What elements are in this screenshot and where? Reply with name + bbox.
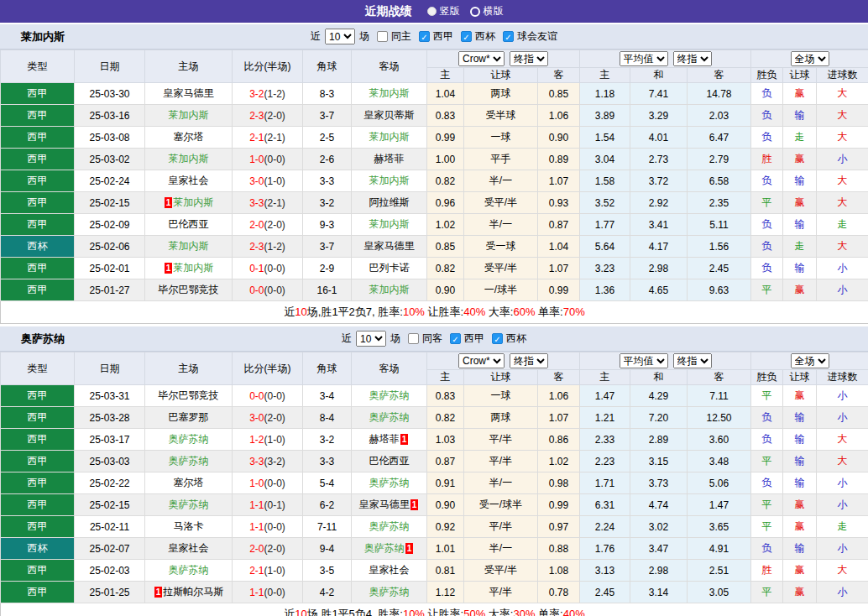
team-section: 奥萨苏纳近10场同客✓西甲✓西杯类型日期主场比分(半场)角球客场Crow*终指平…: [0, 326, 868, 616]
header-select-row: 类型日期主场比分(半场)角球客场Crow*终指平均值终指全场: [1, 50, 868, 68]
handicap-company-select[interactable]: Crow*: [458, 353, 505, 368]
europe-sub-header: 和: [630, 68, 688, 83]
games-count-select[interactable]: 10: [356, 331, 386, 347]
europe-company-select[interactable]: 平均值: [620, 353, 668, 368]
europe-away-odds-cell: 1.47: [688, 494, 751, 516]
europe-final-index-select[interactable]: 终指: [673, 51, 712, 66]
handicap-line-cell: 受半球: [464, 105, 538, 127]
europe-away-odds-cell: 9.63: [688, 279, 751, 301]
halftime-score: (2-0): [264, 219, 285, 231]
handicap-odds-group-header: Crow*终指: [427, 50, 580, 68]
filter-suffix-label: 场: [359, 29, 369, 44]
fulltime-score: 3-0: [249, 412, 264, 424]
goals-result-cell: 小: [817, 258, 868, 279]
score-cell: 1-1(0-0): [233, 582, 303, 603]
layout-option-horizontal[interactable]: 横版: [470, 4, 504, 18]
home-team-name: 马洛卡: [174, 520, 204, 532]
match-date-cell: 25-02-24: [75, 170, 145, 192]
radio-unselected-icon[interactable]: [470, 7, 480, 17]
match-date-cell: 25-02-03: [75, 560, 145, 582]
result-sub-header: 进球数: [817, 370, 868, 385]
away-team-cell: 莱加内斯: [352, 214, 427, 236]
handicap-final-index-select[interactable]: 终指: [510, 51, 548, 66]
home-team-cell: 奥萨苏纳: [145, 494, 233, 516]
halftime-score: (3-2): [264, 456, 285, 467]
europe-away-odds-cell: 6.47: [688, 127, 751, 149]
match-row: 西甲25-02-22塞尔塔1-0(0-0)5-4奥萨苏纳0.91半/一0.981…: [1, 472, 868, 494]
handicap-away-odds-cell: 1.06: [538, 385, 580, 407]
europe-away-odds-cell: 2.45: [688, 258, 751, 279]
away-team-cell: 赫塔菲: [352, 149, 427, 170]
europe-home-odds-cell: 3.13: [580, 560, 630, 582]
filter-checkbox[interactable]: ✓: [450, 333, 461, 344]
match-row: 西甲25-03-03奥萨苏纳3-3(3-2)3-3巴伦西亚0.87平/半1.02…: [1, 451, 868, 472]
match-date-cell: 25-02-15: [75, 494, 145, 516]
europe-away-odds-cell: 2.03: [688, 105, 751, 127]
handicap-away-odds-cell: 1.07: [538, 170, 580, 192]
match-row: 西甲25-02-09巴伦西亚2-0(2-0)9-3莱加内斯1.02半/一0.87…: [1, 214, 868, 236]
score-cell: 0-0(0-0): [233, 279, 303, 301]
europe-away-odds-cell: 2.79: [688, 149, 751, 170]
result-scope-select[interactable]: 全场: [791, 51, 829, 66]
goals-result-cell: 大: [817, 170, 868, 192]
europe-away-odds-cell: 6.58: [688, 170, 751, 192]
handicap-home-odds-cell: 0.85: [427, 236, 464, 258]
handicap-final-index-select[interactable]: 终指: [510, 353, 548, 368]
europe-away-odds-cell: 3.05: [688, 582, 751, 603]
europe-final-index-select[interactable]: 终指: [673, 353, 712, 368]
summary-text-part: 10: [295, 608, 306, 616]
handicap-away-odds-cell: 0.98: [538, 472, 580, 494]
corner-count-cell: 3-7: [303, 105, 352, 127]
match-date-cell: 25-03-08: [75, 127, 145, 149]
europe-draw-odds-cell: 3.47: [630, 538, 688, 560]
match-row: 西杯25-02-07皇家社会2-0(2-0)9-4奥萨苏纳11.01半/一0.8…: [1, 538, 868, 560]
filter-checkbox[interactable]: [377, 31, 388, 42]
europe-home-odds-cell: 1.18: [580, 83, 630, 105]
handicap-result-cell-text: 输: [795, 109, 805, 121]
filter-checkbox[interactable]: ✓: [492, 333, 503, 344]
summary-text-part: 大率:: [485, 608, 513, 616]
filter-checkbox[interactable]: ✓: [419, 31, 430, 42]
away-team-cell: 皇家贝蒂斯: [352, 105, 427, 127]
filter-checkbox[interactable]: [408, 333, 419, 344]
corner-count-cell: 9-4: [303, 538, 352, 560]
corner-count-cell: 2-6: [303, 149, 352, 170]
column-header: 客场: [352, 50, 427, 83]
filter-suffix-label: 场: [390, 331, 400, 346]
handicap-result-cell-text: 输: [795, 262, 805, 274]
handicap-result-cell-text: 输: [795, 175, 805, 186]
handicap-away-odds-cell: 0.89: [538, 149, 580, 170]
games-count-select[interactable]: 10: [325, 29, 355, 44]
winloss-result-cell: 负: [751, 170, 783, 192]
handicap-result-cell: 走: [783, 127, 817, 149]
halftime-score: (1-0): [264, 175, 285, 187]
europe-home-odds-cell: 1.36: [580, 279, 630, 301]
filter-checkbox[interactable]: ✓: [461, 31, 472, 42]
europe-odds-group-header: 平均值终指: [580, 352, 751, 370]
layout-option-vertical[interactable]: 竖版: [427, 4, 460, 18]
goals-result-cell-text: 大: [838, 131, 848, 143]
result-sub-header: 胜负: [751, 370, 783, 385]
away-team-name: 赫塔菲: [369, 433, 400, 445]
handicap-company-select[interactable]: Crow*: [458, 51, 505, 66]
europe-away-odds-cell: 7.11: [688, 385, 751, 407]
goals-result-cell-text: 大: [838, 455, 848, 467]
europe-company-select[interactable]: 平均值: [620, 51, 668, 66]
match-date-cell: 25-03-16: [75, 105, 145, 127]
filter-checkbox[interactable]: ✓: [503, 31, 514, 42]
handicap-line-cell: 半/一: [464, 472, 538, 494]
handicap-odds-group-header: Crow*终指: [427, 352, 580, 370]
away-team-name: 皇家马德里: [364, 240, 415, 252]
radio-selected-icon[interactable]: [427, 7, 437, 16]
fulltime-score: 3-2: [249, 88, 264, 100]
handicap-away-odds-cell: 1.07: [538, 407, 580, 429]
europe-home-odds-cell: 3.23: [580, 258, 630, 279]
handicap-home-odds-cell: 1.12: [427, 582, 464, 603]
column-header: 类型: [1, 50, 75, 83]
score-cell: 3-0(1-0): [233, 170, 303, 192]
handicap-result-cell: 输: [783, 258, 817, 279]
goals-result-cell-text: 小: [838, 499, 848, 510]
home-team-cell: 奥萨苏纳: [145, 429, 233, 451]
result-scope-select[interactable]: 全场: [791, 353, 829, 368]
europe-home-odds-cell: 3.89: [580, 105, 630, 127]
